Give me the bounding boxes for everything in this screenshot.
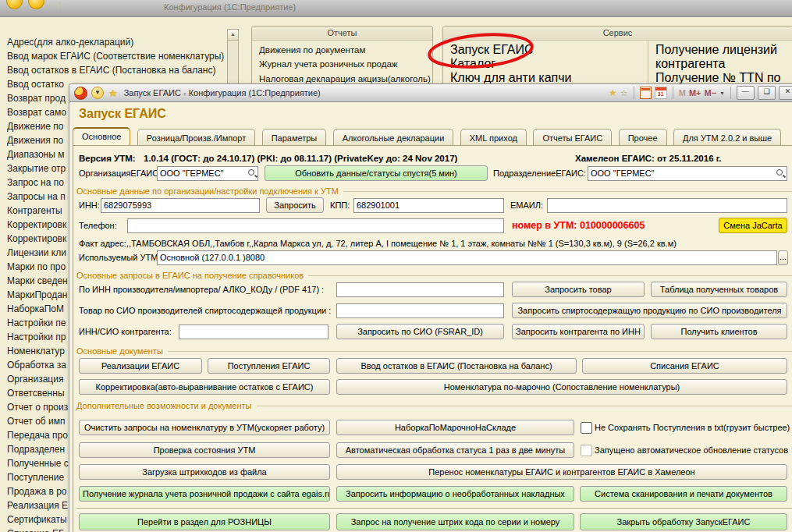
maximize-button[interactable]: ❑ — [758, 86, 776, 100]
request-goods-button[interactable]: Запросить товар — [512, 282, 645, 297]
utm-number: номер в УТМ: 010000006605 — [512, 220, 645, 231]
reports-group-title: Отчеты — [252, 27, 432, 41]
receipts-button[interactable]: Поступления ЕГАИС — [208, 358, 330, 374]
naborka-button[interactable]: НаборкаПоМарочноНаСкладе — [336, 420, 574, 435]
check-utm-button[interactable]: Проверка состояния УТМ — [79, 442, 330, 458]
email-input[interactable] — [547, 198, 787, 213]
request-sio-products-button[interactable]: Запросить спиртосодержащую продукцию по … — [512, 303, 787, 318]
auto-update-label[interactable]: Запущено автоматическое обновление стату… — [595, 442, 788, 458]
tab-dlya-utm[interactable]: Для УТМ 2.0.2 и выше — [673, 129, 781, 146]
chameleon-version: Хамелеон ЕГАИС: от 25.11.2016 г. — [575, 152, 722, 165]
auto-status-button[interactable]: Автоматическая обработка статуса 1 раз в… — [336, 442, 574, 458]
goods-table-button[interactable]: Таблица полученных товаров — [651, 282, 787, 297]
request-unprocessed-invoices-button[interactable]: Запросить информацию о необработанных на… — [336, 486, 574, 502]
subdivision-egais-input[interactable]: ООО "ГЕРМЕС" — [588, 166, 787, 181]
request-fsrar-button[interactable]: Запросить по СИО (FSRAR_ID) — [336, 324, 504, 339]
no-save-txt-label[interactable]: Не Сохранять Поступления в txt(грузит бы… — [595, 420, 790, 435]
request-barcode-button[interactable]: Запрос на получение штрих кода по серии … — [336, 513, 574, 530]
toolbar-separator — [730, 87, 731, 99]
utm-more-button[interactable]: ... — [778, 250, 788, 265]
tab-otchety-egais[interactable]: Отчеты ЕГАИС — [533, 129, 612, 146]
favorites-star-icon[interactable]: ☆ — [55, 0, 65, 12]
sidebar-item[interactable]: Ввод марок ЕГАИС (Соответствие номенклат… — [7, 49, 227, 63]
get-sales-journal-button[interactable]: Получение журнала учета розничной продаж… — [79, 486, 330, 502]
separator — [76, 508, 792, 511]
subdivision-egais-label: ПодразделениеЕГАИС: — [493, 165, 586, 181]
chevron-down-icon[interactable]: ▼ — [719, 90, 725, 96]
search-icon[interactable] — [247, 168, 257, 179]
request-counterparty-button[interactable]: Запросить контрагента по ИНН — [512, 324, 645, 339]
writeoffs-button[interactable]: Списания ЕГАИС — [582, 358, 787, 374]
tab-prochee[interactable]: Прочее — [619, 129, 667, 146]
utm-version-label: Версия УТМ: — [79, 152, 136, 165]
auto-update-checkbox[interactable] — [581, 445, 592, 456]
load-barcodes-button[interactable]: Загрузка штрихкодов из файла — [79, 464, 330, 480]
memory-recall-button[interactable]: M — [679, 88, 686, 98]
page-title: Запуск ЕГАИС — [79, 107, 166, 121]
query3-input[interactable] — [179, 325, 329, 339]
section-queries: Основные запросы в ЕГАИС на получение сп… — [76, 270, 792, 281]
dialog-body: Запуск ЕГАИС Основное Розница/Произв./Им… — [69, 102, 792, 532]
star-icon[interactable]: ★ — [108, 87, 118, 99]
sidebar-item[interactable]: Ввод остатков в ЕГАИС (Постановка на бал… — [7, 63, 227, 77]
goto-retail-button[interactable]: Перейти в раздел для РОЗНИЦЫ — [79, 513, 330, 530]
memory-plus-button[interactable]: M+ — [689, 88, 701, 98]
calculator-icon[interactable] — [640, 87, 652, 99]
toolbar-separator — [673, 87, 673, 99]
query1-input[interactable] — [336, 282, 504, 297]
inn-input[interactable]: 6829075993 — [101, 198, 260, 213]
phone-label: Телефон: — [79, 218, 117, 233]
close-processing-button[interactable]: Закрыть обработку ЗапускЕГАИС — [580, 513, 787, 530]
nomenclature-mapping-button[interactable]: Номенклатура по-марочно (Сопоставление н… — [336, 379, 787, 395]
tab-roznitsa[interactable]: Розница/Произв./Импорт — [137, 129, 255, 146]
calendar-icon[interactable]: 31 — [655, 87, 667, 99]
background-window-title: Конфигурация (1С:Предприятие) — [164, 2, 296, 12]
realizations-button[interactable]: Реализации ЕГАИС — [79, 358, 202, 374]
query2-input[interactable] — [336, 303, 504, 318]
refresh-statuses-button[interactable]: Обновить данные/статусы спустя(5 мин) — [265, 165, 488, 181]
window-menu-icon[interactable]: ▼ — [91, 87, 104, 99]
service-menu-item[interactable]: Получение лицензий контрагента — [655, 43, 785, 71]
tab-alko-deklaratsii[interactable]: Алкогольные декларации — [333, 129, 454, 146]
menu-button-icon[interactable] — [28, 0, 44, 9]
service-group-title: Сервис — [443, 27, 792, 41]
tab-xml-prihod[interactable]: XML приход — [460, 129, 527, 146]
request-button[interactable]: Запросить — [266, 197, 324, 213]
tab-bar: Основное Розница/Произв./Импорт Параметр… — [73, 127, 792, 146]
search-icon[interactable] — [775, 168, 786, 179]
close-button[interactable]: ✕ — [779, 86, 792, 100]
transfer-nomenclature-button[interactable]: Перенос номенклатуры ЕГАИС и контрагенто… — [336, 464, 787, 480]
org-egais-label: ОрганизацияЕГАИС: — [79, 165, 161, 181]
memory-minus-button[interactable]: M− — [704, 88, 716, 98]
query1-label: По ИНН производителя/импортера/ АЛКО_КОД… — [79, 282, 324, 297]
balance-entry-button[interactable]: Ввод остатков в ЕГАИС (Постановка на бал… — [336, 358, 577, 374]
screen: ☆ Конфигурация (1С:Предприятие) Адрес(дл… — [0, 0, 792, 532]
dialog-titlebar[interactable]: ▼ ★ Запуск ЕГАИС - Конфигурация (1С:Пред… — [69, 83, 792, 102]
no-save-txt-checkbox[interactable] — [581, 422, 592, 434]
dialog-window: ▼ ★ Запуск ЕГАИС - Конфигурация (1С:Пред… — [69, 83, 792, 532]
email-label: ЕМАИЛ: — [510, 197, 543, 213]
1c-logo-icon — [74, 87, 87, 100]
background-window-titlebar: ☆ Конфигурация (1С:Предприятие) — [0, 0, 792, 17]
tab-parametry[interactable]: Параметры — [262, 129, 327, 146]
service-menu-item[interactable]: Запуск ЕГАИС — [450, 43, 641, 57]
favorites-list-icon[interactable]: ☆ — [620, 87, 628, 98]
sidebar-item[interactable]: Адрес(для алко-деклараций) — [7, 35, 227, 49]
service-menu-item[interactable]: Каталог — [450, 57, 641, 71]
kpp-input[interactable]: 682901001 — [353, 198, 504, 213]
scan-print-system-button[interactable]: Система сканирования и печати документов — [580, 486, 787, 502]
clear-requests-button[interactable]: Очистить запросы на номенклатуру в УТМ(у… — [79, 420, 330, 435]
tab-osnovnoe[interactable]: Основное — [73, 127, 130, 146]
utm-used-input[interactable]: Основной (127.0.0.1 )8080 — [157, 250, 777, 265]
scroll-up-icon[interactable]: ▲ — [228, 30, 238, 41]
org-egais-input[interactable]: ООО "ГЕРМЕС" — [157, 166, 258, 181]
jacarta-button[interactable]: Смена JaCarta — [719, 218, 787, 233]
app-button-icon[interactable] — [6, 0, 23, 9]
reports-menu-item[interactable]: Движения по документам — [259, 43, 425, 57]
add-favorite-icon[interactable]: ★ — [609, 87, 617, 98]
get-clients-button[interactable]: Получить клиентов — [651, 324, 787, 339]
correction-button[interactable]: Корректировка(авто-выравнивание остатков… — [79, 379, 330, 395]
minimize-button[interactable]: — — [737, 86, 755, 100]
reports-menu-item[interactable]: Журнал учета розничных продаж — [259, 57, 425, 71]
phone-input[interactable] — [127, 218, 504, 233]
